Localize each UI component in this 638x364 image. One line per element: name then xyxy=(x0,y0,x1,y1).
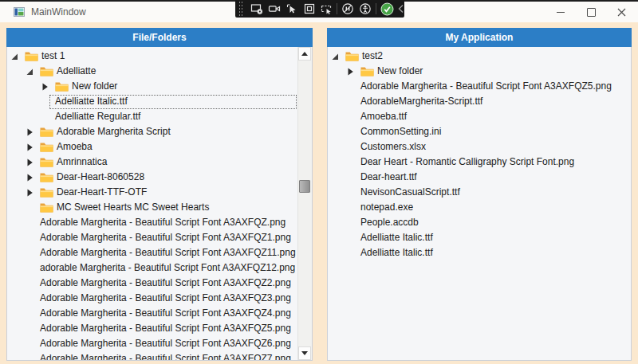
tree-row[interactable]: Dear-Heart-8060528 xyxy=(7,170,298,185)
expanded-icon[interactable] xyxy=(331,53,345,61)
tree-item-label: Adorable Margherita - Beautiful Script F… xyxy=(40,336,291,351)
tree-item-label: MC Sweet Hearts MC Sweet Hearts xyxy=(57,200,209,215)
scrollbar-thumb[interactable] xyxy=(299,180,310,193)
tree-row[interactable]: adorable Margherita - Beautiful Script F… xyxy=(7,260,298,276)
screen-select-icon xyxy=(250,2,263,15)
maximize-button[interactable] xyxy=(576,2,606,22)
collapsed-icon[interactable] xyxy=(26,174,40,182)
scroll-down-button[interactable] xyxy=(298,346,311,360)
tree-row[interactable]: Adorable Margherita - Beautiful Script F… xyxy=(7,336,298,351)
tree-row[interactable]: Adorable Margherita - Beautiful Script F… xyxy=(7,306,298,321)
tree-row[interactable]: Adorable Margherita - Beautiful Script F… xyxy=(7,230,298,245)
tree-row[interactable]: NevisonCasualScript.ttf xyxy=(328,185,631,200)
tree-item-label: Adorable Margherita - Beautiful Script F… xyxy=(40,306,291,321)
tree-row[interactable]: AdorableMargherita-Script.ttf xyxy=(328,94,631,109)
tree-item-label: Amoeba.ttf xyxy=(360,109,407,124)
tree-row[interactable]: Amrinnatica xyxy=(7,155,298,170)
accessibility-button[interactable] xyxy=(356,0,374,18)
folder-icon xyxy=(40,172,53,182)
tree-row[interactable]: Adorable Margherita - Beautiful Script F… xyxy=(7,291,298,306)
tree-item-label: AdorableMargherita-Script.ttf xyxy=(360,94,482,109)
tree-row[interactable]: Adorable Margherita Script xyxy=(7,124,298,139)
tree-row[interactable]: People.accdb xyxy=(328,215,631,230)
tree-row[interactable]: MC Sweet Hearts MC Sweet Hearts xyxy=(7,200,298,215)
tree-row[interactable]: Adorable Margherita - Beautiful Script F… xyxy=(328,79,631,94)
tree-item-label: Amrinnatica xyxy=(57,155,107,170)
folder-icon xyxy=(40,187,53,198)
tree-row[interactable]: Dear-heart.ttf xyxy=(328,170,631,185)
collapsed-icon[interactable] xyxy=(26,143,40,151)
minimize-button[interactable] xyxy=(545,2,576,22)
collapse-toolbar-button[interactable] xyxy=(397,4,404,14)
accessibility-person-icon xyxy=(359,2,372,15)
my-application-header: My Application xyxy=(327,28,632,47)
record-disabled-button[interactable] xyxy=(339,0,356,18)
tree-row[interactable]: Dear Heart - Romantic Calligraphy Script… xyxy=(328,155,631,170)
tree-item-label: Adelliatte Italic.ttf xyxy=(360,230,433,245)
toolbar-separator xyxy=(376,3,376,14)
tree-item-label: Adorable Margherita - Beautiful Script F… xyxy=(40,215,286,230)
tree-row[interactable]: Adorable Margherita - Beautiful Script F… xyxy=(7,321,298,336)
screen-select-button[interactable] xyxy=(248,0,266,18)
region-button[interactable] xyxy=(301,0,318,18)
window-controls xyxy=(545,2,636,22)
window-title: MainWindow xyxy=(31,6,86,18)
tree-row[interactable]: Adelliatte xyxy=(7,64,298,79)
collapsed-icon[interactable] xyxy=(26,189,40,197)
file-folders-panel: File/Folders test 1AdelliatteNew folderA… xyxy=(6,28,313,361)
tree-row[interactable]: Adelliatte Italic.ttf xyxy=(7,94,298,109)
tree-item-label: Adorable Margherita - Beautiful Script F… xyxy=(40,291,291,306)
tree-item-label: New folder xyxy=(72,79,117,94)
tree-row[interactable]: Amoeba.ttf xyxy=(328,109,631,124)
tree-item-label: notepad.exe xyxy=(360,200,413,215)
collapsed-icon[interactable] xyxy=(41,83,55,91)
tree-row[interactable]: Adorable Margherita - Beautiful Script F… xyxy=(7,351,298,361)
tree-row[interactable]: Adelliatte Italic.ttf xyxy=(328,230,631,245)
my-application-panel: My Application test2New folderAdorable M… xyxy=(327,28,632,361)
tree-row[interactable]: notepad.exe xyxy=(328,200,631,215)
folder-icon xyxy=(55,81,69,92)
tree-row[interactable]: Adelliatte Regular.ttf xyxy=(7,109,298,124)
tree-row[interactable]: Adorable Margherita - Beautiful Script F… xyxy=(7,245,298,260)
record-disabled-icon xyxy=(341,2,354,15)
scroll-up-button[interactable] xyxy=(298,47,311,61)
collapsed-icon[interactable] xyxy=(26,159,40,166)
tree-row[interactable]: Dear-Heart-TTF-OTF xyxy=(7,185,298,200)
tree-row[interactable]: Adelliatte Italic.ttf xyxy=(328,245,631,260)
scroll-down-icon xyxy=(301,351,308,355)
tree-row[interactable]: Customers.xlsx xyxy=(328,139,631,155)
tree-item-label: NevisonCasualScript.ttf xyxy=(360,185,460,200)
tree-row[interactable]: CommonSetting.ini xyxy=(328,124,631,139)
my-application-tree: test2New folderAdorable Margherita - Bea… xyxy=(328,49,631,260)
capture-toolbar xyxy=(235,0,404,18)
vertical-scrollbar[interactable] xyxy=(297,47,312,360)
freeform-select-button[interactable] xyxy=(318,0,336,18)
confirm-button[interactable] xyxy=(378,0,396,18)
expanded-icon[interactable] xyxy=(10,53,25,61)
tree-row[interactable]: test2 xyxy=(328,49,631,64)
collapsed-icon[interactable] xyxy=(346,68,360,76)
tree-row[interactable]: test 1 xyxy=(7,49,298,64)
close-button[interactable] xyxy=(606,2,636,22)
collapsed-icon[interactable] xyxy=(26,128,40,136)
toolbar-grip-handle[interactable] xyxy=(238,2,244,16)
tree-row[interactable]: New folder xyxy=(328,64,631,79)
tree-item-label: Dear-Heart-TTF-OTF xyxy=(57,185,147,200)
expanded-icon[interactable] xyxy=(26,68,40,76)
tree-row[interactable]: Amoeba xyxy=(7,139,298,155)
tree-item-label: People.accdb xyxy=(360,215,419,230)
pointer-button[interactable] xyxy=(283,0,301,18)
tree-item-label: adorable Margherita - Beautiful Script F… xyxy=(40,260,295,276)
folder-icon xyxy=(360,66,374,76)
file-folders-tree-view: test 1AdelliatteNew folderAdelliatte Ita… xyxy=(6,47,313,361)
tree-item-label: Adelliatte Italic.ttf xyxy=(55,94,128,109)
tree-item-label: Adorable Margherita - Beautiful Script F… xyxy=(40,245,296,260)
tree-item-label: Adelliatte Regular.ttf xyxy=(55,109,140,124)
tree-item-label: Adorable Margherita - Beautiful Script F… xyxy=(40,351,291,361)
tree-item-label: Adorable Margherita Script xyxy=(57,124,171,139)
tree-row[interactable]: Adorable Margherita - Beautiful Script F… xyxy=(7,215,298,230)
tree-row[interactable]: New folder xyxy=(7,79,298,94)
tree-row[interactable]: Adorable Margherita - Beautiful Script F… xyxy=(7,276,298,291)
camera-button[interactable] xyxy=(266,0,283,18)
pointer-icon xyxy=(286,2,298,15)
